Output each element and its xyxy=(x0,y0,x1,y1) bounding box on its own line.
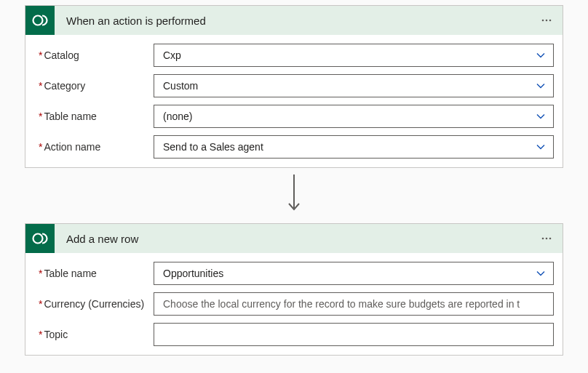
required-indicator: * xyxy=(39,268,42,279)
required-indicator: * xyxy=(39,111,42,122)
more-icon xyxy=(541,15,552,26)
topic-input[interactable] xyxy=(154,323,554,346)
table-name-2-dropdown[interactable]: Opportunities xyxy=(154,262,554,285)
action-step-more-menu[interactable] xyxy=(535,227,558,250)
field-row-action-name: *Action name Send to a Sales agent xyxy=(34,135,554,159)
label-text: Category xyxy=(44,80,85,92)
svg-point-0 xyxy=(33,16,43,25)
field-row-table-name: *Table name (none) xyxy=(34,105,554,128)
input-placeholder: Choose the local currency for the record… xyxy=(163,298,520,310)
currency-input[interactable]: Choose the local currency for the record… xyxy=(154,292,554,316)
arrow-down-icon xyxy=(285,172,303,215)
action-name-dropdown[interactable]: Send to a Sales agent xyxy=(154,135,554,159)
svg-point-5 xyxy=(33,234,43,244)
catalog-dropdown[interactable]: Cxp xyxy=(154,44,554,67)
required-indicator: * xyxy=(39,298,42,310)
chevron-down-icon xyxy=(536,81,546,91)
svg-point-7 xyxy=(546,238,548,240)
dropdown-value: Cxp xyxy=(163,49,181,61)
field-row-catalog: *Catalog Cxp xyxy=(34,44,554,67)
chevron-down-icon xyxy=(536,268,546,278)
field-row-category: *Category Custom xyxy=(34,74,554,97)
label-text: Table name xyxy=(44,268,96,279)
label-text: Currency (Currencies) xyxy=(44,298,144,310)
required-indicator: * xyxy=(39,49,42,61)
field-label-action-name: *Action name xyxy=(34,141,154,153)
field-label-currency: *Currency (Currencies) xyxy=(34,298,154,310)
more-icon xyxy=(541,233,552,244)
trigger-step-more-menu[interactable] xyxy=(535,9,558,32)
action-step-title: Add a new row xyxy=(55,233,535,245)
svg-point-2 xyxy=(546,20,548,22)
table-name-dropdown[interactable]: (none) xyxy=(154,105,554,128)
dropdown-value: Opportunities xyxy=(163,268,223,279)
chevron-down-icon xyxy=(536,50,546,60)
svg-point-6 xyxy=(542,238,544,240)
trigger-step-header[interactable]: When an action is performed xyxy=(25,6,563,35)
field-label-topic: *Topic xyxy=(34,329,154,340)
trigger-step-title: When an action is performed xyxy=(55,15,535,27)
chevron-down-icon xyxy=(536,142,546,152)
field-row-currency: *Currency (Currencies) Choose the local … xyxy=(34,292,554,316)
action-step-card: Add a new row *Table name Opportunities xyxy=(25,223,563,356)
svg-point-1 xyxy=(542,20,544,22)
trigger-step-body: *Catalog Cxp *Category Custom xyxy=(25,35,563,167)
field-label-table-name: *Table name xyxy=(34,111,154,122)
field-row-topic: *Topic xyxy=(34,323,554,346)
field-row-table-name-2: *Table name Opportunities xyxy=(34,262,554,285)
field-label-category: *Category xyxy=(34,80,154,92)
flow-arrow xyxy=(0,168,588,219)
action-step-body: *Table name Opportunities *Currency (Cur… xyxy=(25,253,563,355)
dataverse-icon xyxy=(25,6,55,35)
label-text: Table name xyxy=(44,111,96,122)
required-indicator: * xyxy=(39,329,42,340)
action-step-header[interactable]: Add a new row xyxy=(25,224,563,253)
category-dropdown[interactable]: Custom xyxy=(154,74,554,97)
dropdown-value: Send to a Sales agent xyxy=(163,141,263,153)
dropdown-value: (none) xyxy=(163,111,192,122)
dropdown-value: Custom xyxy=(163,80,198,92)
required-indicator: * xyxy=(39,141,42,153)
label-text: Catalog xyxy=(44,49,79,61)
chevron-down-icon xyxy=(536,111,546,121)
label-text: Topic xyxy=(44,329,68,340)
dataverse-icon xyxy=(25,224,55,253)
label-text: Action name xyxy=(44,141,100,153)
svg-point-3 xyxy=(549,20,552,22)
field-label-catalog: *Catalog xyxy=(34,49,154,61)
field-label-table-name-2: *Table name xyxy=(34,268,154,279)
svg-point-8 xyxy=(549,238,552,240)
trigger-step-card: When an action is performed *Catalog Cxp xyxy=(25,5,563,168)
required-indicator: * xyxy=(39,80,42,92)
